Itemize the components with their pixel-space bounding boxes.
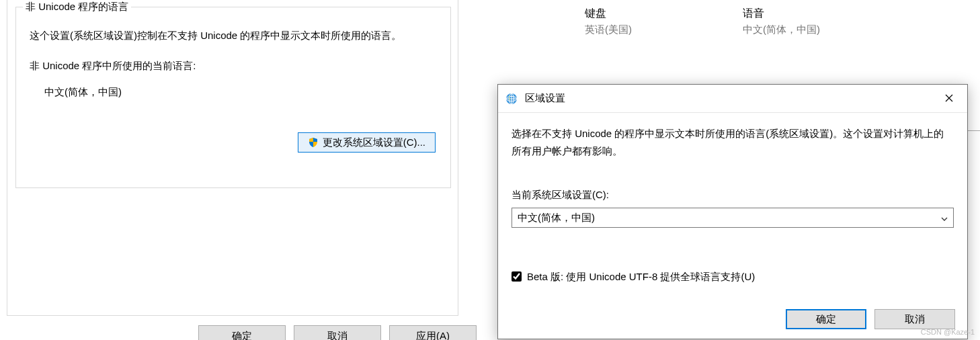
chevron-down-icon (941, 214, 948, 226)
apply-button[interactable]: 应用(A) (389, 325, 477, 340)
globe-icon (505, 92, 518, 105)
utf8-checkbox-row[interactable]: Beta 版: 使用 Unicode UTF-8 提供全球语言支持(U) (512, 268, 954, 286)
current-locale-label: 当前系统区域设置(C): (512, 186, 954, 204)
combo-value: 中文(简体，中国) (518, 209, 595, 226)
dialog-description: 选择在不支持 Unicode 的程序中显示文本时所使用的语言(系统区域设置)。这… (512, 125, 954, 159)
close-button[interactable] (932, 85, 966, 112)
cancel-button[interactable]: 取消 (294, 325, 381, 340)
change-system-locale-button[interactable]: 更改系统区域设置(C)... (298, 132, 436, 153)
groupbox-title: 非 Unicode 程序的语言 (23, 1, 131, 13)
dialog-titlebar[interactable]: 区域设置 (498, 85, 967, 113)
region-settings-panel: 非 Unicode 程序的语言 这个设置(系统区域设置)控制在不支持 Unico… (0, 0, 497, 340)
change-button-label: 更改系统区域设置(C)... (323, 136, 425, 149)
dialog-body: 选择在不支持 Unicode 的程序中显示文本时所使用的语言(系统区域设置)。这… (498, 113, 967, 285)
dialog-bottom-buttons: 确定 取消 应用(A) (198, 325, 477, 340)
current-lang-value: 中文(简体，中国) (44, 83, 437, 101)
right-border (967, 124, 980, 131)
voice-value: 中文(简体，中国) (743, 24, 820, 36)
current-lang-label: 非 Unicode 程序中所使用的当前语言: (30, 56, 437, 75)
watermark: CSDN @Kaze-1 (921, 328, 975, 336)
tab-content: 非 Unicode 程序的语言 这个设置(系统区域设置)控制在不支持 Unico… (7, 0, 458, 316)
utf8-checkbox-label: Beta 版: 使用 Unicode UTF-8 提供全球语言支持(U) (527, 268, 755, 286)
dialog-title: 区域设置 (525, 92, 932, 105)
shield-icon (308, 137, 319, 148)
utf8-checkbox[interactable] (512, 271, 522, 282)
dialog-footer: 确定 取消 (786, 309, 955, 329)
keyboard-value: 英语(美国) (585, 24, 632, 36)
settings-row: 键盘 英语(美国) 语音 中文(简体，中国) (585, 7, 820, 36)
non-unicode-groupbox: 非 Unicode 程序的语言 这个设置(系统区域设置)控制在不支持 Unico… (15, 7, 451, 188)
close-icon (945, 93, 953, 104)
voice-setting[interactable]: 语音 中文(简体，中国) (743, 7, 820, 36)
locale-combobox[interactable]: 中文(简体，中国) (512, 208, 954, 228)
keyboard-setting[interactable]: 键盘 英语(美国) (585, 7, 632, 36)
ok-button[interactable]: 确定 (198, 325, 286, 340)
voice-title: 语音 (743, 7, 820, 21)
non-unicode-description: 这个设置(系统区域设置)控制在不支持 Unicode 的程序中显示文本时所使用的… (30, 26, 437, 44)
keyboard-title: 键盘 (585, 7, 632, 21)
region-settings-dialog: 区域设置 选择在不支持 Unicode 的程序中显示文本时所使用的语言(系统区域… (497, 84, 968, 339)
dialog-cancel-button[interactable]: 取消 (874, 309, 955, 329)
group-inner: 这个设置(系统区域设置)控制在不支持 Unicode 的程序中显示文本时所使用的… (16, 7, 450, 108)
dialog-ok-button[interactable]: 确定 (786, 309, 866, 329)
